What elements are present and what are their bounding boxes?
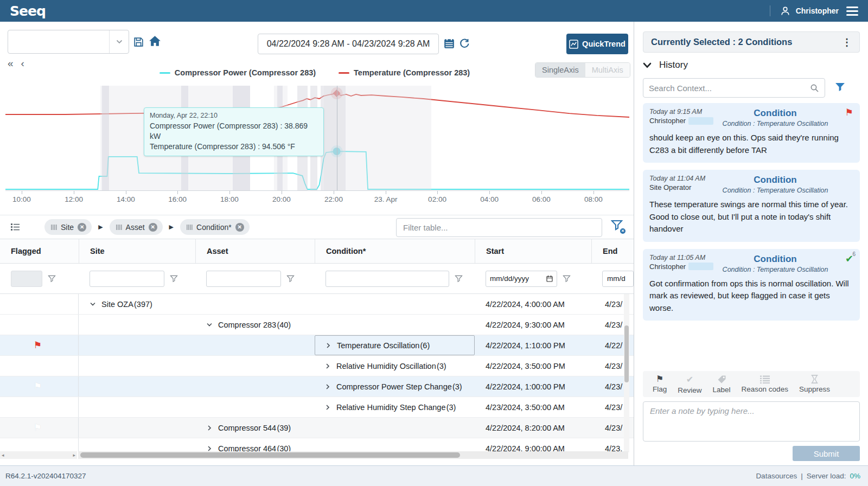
legend-item-temperature[interactable]: Temperature (Compressor 283) (339, 68, 470, 77)
history-card[interactable]: Today at 11:04 AM Site Operator Conditio… (643, 170, 860, 242)
col-header-site[interactable]: Site (79, 239, 195, 263)
collapse-icon[interactable]: ‹ (21, 57, 24, 69)
toggle-multi-axis[interactable]: MultiAxis (585, 63, 630, 77)
flag-icon: ⚑ (845, 107, 853, 118)
worksheet-select[interactable] (8, 30, 129, 54)
filter-table-input[interactable] (396, 218, 602, 237)
chevron-down-icon[interactable] (90, 301, 96, 308)
card-title: Condition (713, 108, 837, 119)
col-header-asset[interactable]: Asset (195, 239, 315, 263)
trend-chart[interactable]: Monday, Apr 22, 22:10 Compressor Power (… (5, 86, 629, 191)
close-icon[interactable]: ✕ (78, 223, 86, 232)
chevron-right-icon[interactable] (325, 342, 331, 349)
end-date-filter[interactable]: mm/d (602, 271, 634, 287)
chip-asset[interactable]: Asset ✕ (110, 219, 163, 235)
server-load-value: 0% (850, 472, 860, 480)
refresh-icon[interactable] (459, 38, 470, 49)
redacted-name (688, 263, 713, 270)
action-label[interactable]: Label (709, 375, 735, 394)
funnel-icon[interactable] (170, 275, 178, 283)
date-range-input[interactable] (258, 34, 439, 54)
grip-icon (187, 225, 193, 230)
table-view-icon[interactable] (11, 223, 20, 231)
search-context-field[interactable] (643, 78, 825, 98)
table-row[interactable]: Site OZA (397)4/22/2024, 4:00:00 AM4/23/ (0, 294, 634, 315)
table-row[interactable]: Compressor 464 (30)4/22/2024, 9:00:00 AM… (0, 438, 634, 452)
calendar-icon[interactable] (444, 37, 455, 49)
table-row[interactable]: ⚑Temperature Oscillation (6)4/22/2024, 1… (0, 335, 634, 356)
horizontal-scrollbar[interactable] (78, 451, 628, 459)
flag-icon: ⚑ (34, 423, 42, 432)
search-context-input[interactable] (649, 84, 810, 93)
note-input[interactable] (643, 401, 860, 442)
chart-icon (569, 40, 578, 49)
chevron-right-icon[interactable] (206, 445, 213, 452)
submit-button[interactable]: Submit (793, 446, 860, 461)
table-row[interactable]: ⚑Compressor 544 (39)4/22/2024, 8:20:00 A… (0, 418, 634, 438)
hamburger-menu-icon[interactable] (844, 4, 860, 18)
condition-filter-input[interactable] (326, 271, 449, 287)
site-filter-input[interactable] (90, 271, 164, 287)
table-row[interactable]: Relative Humidity Oscillation (3)4/22/20… (0, 356, 634, 376)
user-name[interactable]: Christopher (796, 7, 839, 15)
grip-icon (116, 225, 122, 230)
col-header-end[interactable]: End (591, 239, 634, 263)
history-section-toggle[interactable]: History (643, 60, 688, 71)
version-label: R64.2.1-v202404170327 (5, 472, 86, 480)
chip-condition[interactable]: Condition* ✕ (180, 219, 250, 235)
clear-filters-icon[interactable]: ✕ (611, 220, 625, 234)
col-header-condition[interactable]: Condition* (315, 239, 475, 263)
start-date-filter[interactable]: mm/dd/yyyy (486, 271, 557, 287)
toggle-single-axis[interactable]: SingleAxis (535, 63, 585, 77)
col-header-start[interactable]: Start (475, 239, 591, 263)
close-icon[interactable]: ✕ (235, 223, 244, 232)
funnel-icon[interactable] (48, 275, 56, 283)
user-icon[interactable] (780, 6, 790, 16)
funnel-icon[interactable] (563, 275, 571, 283)
table-row[interactable]: Compressor 283 (40)4/22/2024, 9:30:00 AM… (0, 315, 634, 335)
chevron-right-icon[interactable] (324, 404, 331, 411)
search-icon[interactable] (810, 84, 819, 93)
chevron-down-icon[interactable] (109, 30, 129, 53)
col-header-flagged[interactable]: Flagged (0, 239, 79, 263)
chevron-down-icon[interactable] (206, 322, 213, 328)
row-label: Temperature Oscillation (6) (337, 341, 430, 350)
chevron-right-icon[interactable] (206, 425, 213, 431)
close-icon[interactable]: ✕ (149, 223, 157, 232)
history-card[interactable]: Today at 9:15 AM Christopher Condition C… (643, 103, 860, 163)
chip-site[interactable]: Site ✕ (44, 219, 92, 235)
history-filter-icon[interactable] (835, 82, 845, 92)
action-reason-codes[interactable]: Reason codes (737, 375, 793, 393)
history-card[interactable]: Today at 11:05 AM Christopher Condition … (643, 249, 860, 321)
series-line (5, 151, 629, 189)
flag-column-scrollbar[interactable]: ◂▸ (0, 451, 77, 459)
funnel-icon[interactable] (286, 275, 295, 283)
table-row[interactable]: Relative Humidity Step Change (3)4/23/20… (0, 397, 634, 418)
row-label: Compressor Power Step Change (3) (336, 382, 462, 391)
kebab-menu-icon[interactable]: ⋮ (842, 36, 852, 48)
vertical-scrollbar[interactable]: ▾ (624, 294, 629, 452)
selection-title: Currently Selected : 2 Conditions (651, 37, 792, 47)
save-icon[interactable] (133, 36, 144, 48)
card-subtitle: Condition : Temperature Oscillation (713, 120, 837, 127)
start-value: 4/22/2024, 8:20:00 AM (475, 418, 591, 438)
axis-mode-toggle: SingleAxis MultiAxis (535, 62, 630, 78)
legend-item-power[interactable]: Compressor Power (Compressor 283) (159, 68, 316, 77)
quicktrend-button[interactable]: QuickTrend (566, 34, 628, 54)
server-load-label: Server load: (807, 472, 846, 480)
action-suppress[interactable]: Suppress (795, 375, 834, 393)
datasources-link[interactable]: Datasources (756, 472, 797, 480)
chevron-right-icon[interactable] (324, 363, 331, 369)
funnel-icon[interactable] (455, 275, 463, 283)
table-row[interactable]: ⚑Compressor Power Step Change (3)4/22/20… (0, 376, 634, 397)
card-title: Condition (713, 175, 837, 186)
collapse-all-icon[interactable]: « (8, 57, 14, 69)
action-review[interactable]: ✔Review (673, 374, 706, 394)
card-body: should keep an eye on this. Ops said the… (649, 132, 853, 156)
asset-filter-input[interactable] (206, 271, 281, 287)
home-icon[interactable] (149, 35, 161, 47)
action-flag[interactable]: ⚑Flag (648, 375, 671, 393)
flagged-filter-box[interactable] (11, 271, 42, 287)
table-header: Flagged Site Asset Condition* Start End (0, 239, 634, 264)
chevron-right-icon[interactable] (324, 383, 331, 390)
